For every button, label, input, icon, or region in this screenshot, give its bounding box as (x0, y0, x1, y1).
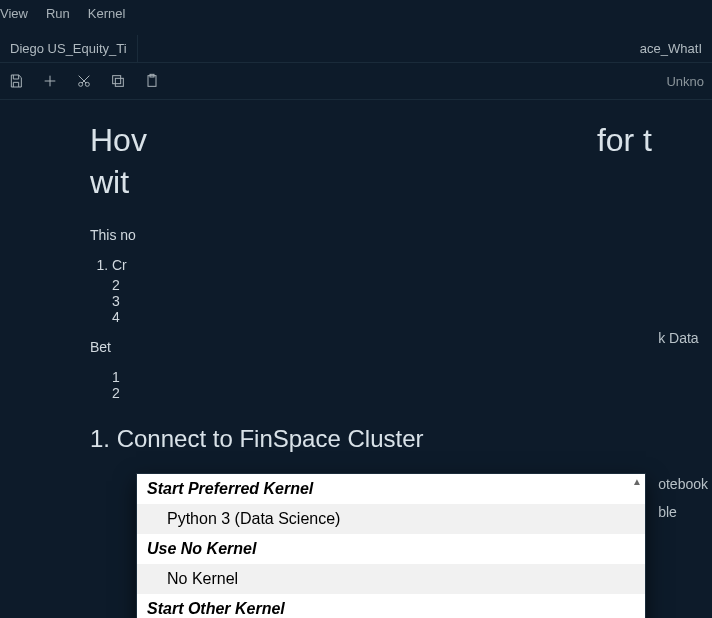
kernel-option-nokernel[interactable]: No Kernel (137, 564, 645, 594)
page-title: Hovfor t wit (90, 120, 652, 203)
menubar: View Run Kernel (0, 0, 712, 27)
list-item: Cr (112, 257, 652, 273)
menu-view[interactable]: View (0, 6, 28, 21)
svg-rect-2 (115, 78, 123, 86)
menu-run[interactable]: Run (46, 6, 70, 21)
copy-icon[interactable] (110, 73, 126, 89)
kernel-select-dialog: ▲ Start Preferred Kernel Python 3 (Data … (136, 473, 646, 618)
section-preferred-header: Start Preferred Kernel (137, 474, 645, 504)
cut-icon[interactable] (76, 73, 92, 89)
toolbar: Unkno (0, 63, 712, 100)
section-heading: 1. Connect to FinSpace Cluster (90, 425, 652, 453)
svg-rect-3 (113, 76, 121, 84)
tab-right[interactable]: ace_WhatI (630, 35, 712, 62)
tab-left[interactable]: Diego US_Equity_Ti (0, 35, 138, 62)
save-icon[interactable] (8, 73, 24, 89)
tabbar: Diego US_Equity_Ti ace_WhatI (0, 27, 712, 63)
steps-list: Cr (90, 257, 652, 273)
intro-text: This no (90, 227, 652, 243)
scroll-up-icon[interactable]: ▲ (631, 476, 643, 488)
kernel-option-python3-ds[interactable]: Python 3 (Data Science) (137, 504, 645, 534)
paste-icon[interactable] (144, 73, 160, 89)
menu-kernel[interactable]: Kernel (88, 6, 126, 21)
section-nokernel-header: Use No Kernel (137, 534, 645, 564)
add-icon[interactable] (42, 73, 58, 89)
notebook-content: Hovfor t wit This no Cr 2 3 4 Bet 1 2 1.… (0, 100, 712, 473)
kernel-name-indicator[interactable]: Unkno (666, 74, 704, 89)
section-other-header: Start Other Kernel (137, 594, 645, 618)
between-text: Bet (90, 339, 652, 355)
kernel-listbox[interactable]: ▲ Start Preferred Kernel Python 3 (Data … (137, 474, 645, 618)
right-overflow-text: k Data otebook ble (658, 330, 712, 532)
